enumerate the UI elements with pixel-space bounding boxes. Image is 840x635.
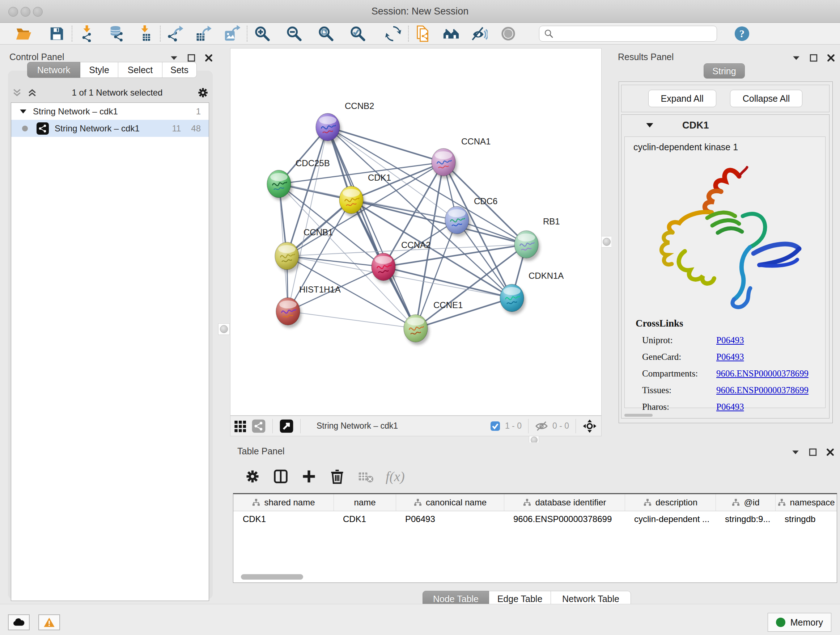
export-network-button[interactable] <box>166 25 185 43</box>
clone-network-button[interactable] <box>415 25 433 43</box>
panel-close-icon[interactable] <box>826 53 836 63</box>
options-gear-icon[interactable] <box>197 87 209 99</box>
network-row[interactable]: String Network – cdk1 11 48 <box>11 120 209 137</box>
cell-id[interactable]: stringdb:9... <box>715 511 775 528</box>
table-panel: Table Panel f(x) shared name name canoni… <box>230 442 840 604</box>
import-network-database-button[interactable] <box>107 25 125 43</box>
panel-menu-icon[interactable] <box>791 448 800 457</box>
column-header[interactable]: database identifier <box>504 494 625 511</box>
column-type-icon <box>252 498 261 507</box>
collapse-all-button[interactable]: Collapse All <box>730 90 803 107</box>
node-section-header[interactable]: CDK1 <box>622 115 829 136</box>
zoom-in-button[interactable] <box>253 25 271 43</box>
column-header[interactable]: @id <box>715 494 775 511</box>
fit-selected-crosshair-icon[interactable] <box>583 419 597 433</box>
edge-HIST1H1A-CCNE1[interactable] <box>288 311 416 328</box>
statusbar-divider <box>576 419 576 433</box>
warnings-button[interactable] <box>38 614 60 630</box>
column-header[interactable]: name <box>333 494 396 511</box>
crosslink-link[interactable]: P06493 <box>716 352 744 362</box>
column-header[interactable]: canonical name <box>396 494 504 511</box>
table-settings-gear-icon[interactable] <box>245 469 261 485</box>
open-in-window-button[interactable] <box>279 417 294 435</box>
cloud-status-button[interactable] <box>8 614 30 630</box>
table-horizontal-scrollbar[interactable] <box>241 574 303 580</box>
edge-CDKN1A-CCNE1[interactable] <box>416 298 512 328</box>
right-splitter-handle[interactable] <box>601 236 613 248</box>
tree-expand-icon[interactable] <box>19 108 27 116</box>
memory-button[interactable]: Memory <box>767 613 831 632</box>
panel-close-icon[interactable] <box>204 53 213 63</box>
panel-menu-icon[interactable] <box>791 53 801 63</box>
zoom-out-button[interactable] <box>285 25 303 43</box>
left-splitter-handle[interactable] <box>218 323 230 335</box>
node-HIST1H1A[interactable]: HIST1H1A <box>276 285 341 328</box>
save-session-button[interactable] <box>48 25 66 43</box>
tab-string[interactable]: String <box>704 63 745 79</box>
glass-ball-toggle-button[interactable] <box>499 25 517 43</box>
export-image-button[interactable] <box>223 25 241 43</box>
edge-CCNB2-CCNA1[interactable] <box>328 127 444 162</box>
add-column-icon[interactable] <box>301 469 317 485</box>
enhanced-labels-toggle-button[interactable] <box>470 25 488 43</box>
cell-namespace[interactable]: stringdb <box>775 511 837 528</box>
edge-CCNB2-CCNE1[interactable] <box>328 127 416 328</box>
export-table-button[interactable] <box>195 25 213 43</box>
expand-all-icon[interactable] <box>27 87 38 98</box>
search-input[interactable] <box>554 28 707 39</box>
column-header[interactable]: shared name <box>233 494 333 511</box>
help-button[interactable]: ? <box>733 25 751 43</box>
cell-shared-name[interactable]: CDK1 <box>233 511 333 528</box>
crosslink-link[interactable]: 9606.ENSP00000378699 <box>716 385 808 395</box>
crosslink-link[interactable]: P06493 <box>716 402 744 412</box>
edge-CCNB2-HIST1H1A[interactable] <box>288 127 328 311</box>
show-columns-icon[interactable] <box>273 469 289 485</box>
section-collapse-icon[interactable] <box>645 121 654 130</box>
panel-float-icon[interactable] <box>808 448 818 457</box>
tab-network[interactable]: Network <box>27 62 80 78</box>
delete-column-icon[interactable] <box>329 469 345 485</box>
cell-database-identifier[interactable]: 9606.ENSP00000378699 <box>504 511 625 528</box>
crosslink-link[interactable]: 9606.ENSP00000378699 <box>716 369 808 378</box>
string-home-icon-button[interactable] <box>442 25 460 43</box>
node-label-CCNB1: CCNB1 <box>303 227 333 237</box>
tab-sets[interactable]: Sets <box>163 62 197 78</box>
zoom-fit-button[interactable] <box>317 25 335 43</box>
edge-CDC25B-CDC6[interactable] <box>279 184 457 220</box>
birdseye-grid-button[interactable] <box>233 417 248 435</box>
search-box[interactable] <box>539 26 717 42</box>
node-CDC25B[interactable]: CDC25B <box>267 158 330 201</box>
import-network-file-button[interactable] <box>78 25 96 43</box>
import-table-button[interactable] <box>136 25 154 43</box>
zoom-selected-button[interactable] <box>349 25 367 43</box>
open-session-button[interactable] <box>14 25 33 43</box>
cell-canonical-name[interactable]: P06493 <box>396 511 504 528</box>
column-header[interactable]: namespace <box>775 494 837 511</box>
crosslink-link[interactable]: P06493 <box>716 335 744 345</box>
network-collection-row[interactable]: String Network – cdk1 1 <box>11 103 209 120</box>
node-CCNA1[interactable]: CCNA1 <box>431 136 491 179</box>
node-CDKN1A[interactable]: CDKN1A <box>500 271 564 315</box>
results-scrollbar-thumb[interactable] <box>624 414 653 417</box>
panel-menu-icon[interactable] <box>169 53 179 63</box>
expand-all-button[interactable]: Expand All <box>648 90 716 107</box>
collapse-all-icon[interactable] <box>11 87 22 98</box>
tab-select[interactable]: Select <box>118 62 163 78</box>
apply-layout-button[interactable] <box>384 25 402 43</box>
edge-CDK1-RB1[interactable] <box>351 200 526 244</box>
cell-description[interactable]: cyclin-dependent ... <box>625 511 715 528</box>
tab-style[interactable]: Style <box>80 62 118 78</box>
network-graph[interactable]: CCNB2CCNA1CDC25BCDK1CDC6RB1CCNB1CCNA2CDK… <box>231 49 601 415</box>
network-style-share-button[interactable] <box>251 417 266 435</box>
table-row[interactable]: CDK1 CDK1 P06493 9606.ENSP00000378699 cy… <box>233 511 837 528</box>
panel-float-icon[interactable] <box>187 53 196 63</box>
panel-close-icon[interactable] <box>826 448 835 457</box>
network-edge-count: 48 <box>191 124 201 134</box>
column-header[interactable]: description <box>625 494 715 511</box>
cell-name[interactable]: CDK1 <box>333 511 396 528</box>
node-RB1[interactable]: RB1 <box>515 217 560 261</box>
network-canvas[interactable]: CCNB2CCNA1CDC25BCDK1CDC6RB1CCNB1CCNA2CDK… <box>230 48 602 416</box>
edge-CCNB2-RB1[interactable] <box>328 127 526 244</box>
panel-float-icon[interactable] <box>809 53 818 63</box>
import-table-icon <box>137 25 153 42</box>
